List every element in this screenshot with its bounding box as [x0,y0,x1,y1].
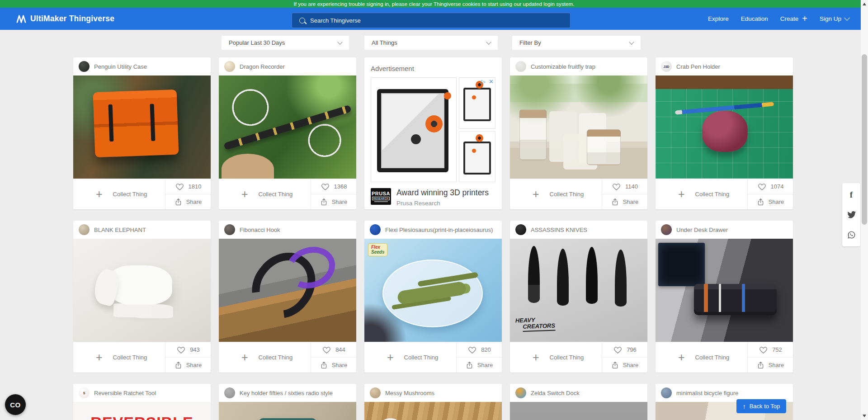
collect-thing-button[interactable]: +Collect Thing [73,342,165,373]
cookie-consent-button[interactable]: CO [5,394,26,415]
like-button[interactable]: 752 [748,342,793,358]
share-button[interactable]: Share [311,194,356,209]
thing-thumbnail[interactable] [219,402,356,420]
whatsapp-share-button[interactable] [847,231,856,239]
like-button[interactable]: 1140 [602,179,647,194]
thing-title-link[interactable]: Penguin Utility Case [94,63,147,70]
creator-avatar[interactable] [224,224,235,235]
scrollbar-up-arrow[interactable] [863,3,866,5]
prusa-logo[interactable]: PRUSA RESEARCH [371,188,391,205]
share-button[interactable]: Share [748,194,793,209]
collect-thing-button[interactable]: +Collect Thing [510,342,602,373]
thing-thumbnail[interactable]: REVERSIBLE [73,402,211,420]
thing-thumbnail[interactable] [656,239,793,342]
like-count: 1368 [334,183,347,190]
like-button[interactable]: 1810 [165,179,211,194]
creator-avatar[interactable] [661,387,672,398]
ad-main-image[interactable] [371,77,457,182]
thing-thumbnail[interactable] [73,76,211,179]
thing-title-link[interactable]: BLANK ELEPHANT [94,227,146,233]
scrollbar-down-arrow[interactable] [863,415,866,417]
back-to-top-button[interactable]: ↑ Back to Top [736,399,786,413]
creator-avatar[interactable]: S [79,387,90,398]
like-button[interactable]: 844 [311,342,356,358]
thing-title-link[interactable]: Flexi Plesiosaurus(print-in-placeiosauru… [385,227,493,233]
adchoices-icon[interactable]: ▷ [481,79,486,85]
thing-thumbnail[interactable] [510,402,647,420]
collect-thing-button[interactable]: +Collect Thing [656,342,747,373]
page-scrollbar[interactable] [861,0,868,420]
thing-card-footer: +Collect Thing820Share [364,342,502,373]
thing-thumbnail[interactable] [510,76,647,179]
facebook-share-button[interactable]: f [850,190,853,199]
creator-avatar[interactable]: J3D [661,61,672,72]
creator-avatar[interactable] [370,224,381,235]
sort-dropdown[interactable]: Popular Last 30 Days [222,36,349,50]
thing-title-link[interactable]: ASSASSINS KNIVES [531,227,587,233]
thing-thumbnail[interactable] [656,76,793,179]
like-button[interactable]: 796 [602,342,647,358]
share-button[interactable]: Share [748,358,793,373]
creator-avatar[interactable] [515,387,526,398]
creator-avatar[interactable] [224,61,235,72]
collect-thing-button[interactable]: +Collect Thing [219,179,311,209]
filter-by-dropdown[interactable]: Filter By [512,36,641,50]
thing-title-link[interactable]: Fibonacci Hook [240,227,280,233]
search-input[interactable] [310,17,563,24]
thing-title-link[interactable]: Under Desk Drawer [676,227,728,233]
brand-logo-link[interactable]: UltiMaker Thingiverse [16,8,114,30]
like-count: 943 [190,346,200,353]
share-button[interactable]: Share [457,358,502,373]
collect-thing-button[interactable]: +Collect Thing [219,342,311,373]
thing-card: Key holder fifties / sixties radio style… [219,384,356,420]
creator-avatar[interactable] [661,224,672,235]
creator-avatar[interactable] [79,61,90,72]
thing-thumbnail[interactable] [219,239,356,342]
thing-title-link[interactable]: Key holder fifties / sixties radio style [240,390,333,396]
card-stats: 752Share [747,342,793,373]
ad-creative[interactable]: ▷ ✕ [371,77,495,182]
thing-title-link[interactable]: minimalist bicycle figure [676,390,738,396]
ad-side-image[interactable] [459,131,495,183]
thing-title-link[interactable]: Crab Pen Holder [676,63,720,70]
thing-title-link[interactable]: Dragon Recorder [240,63,285,70]
thing-title-link[interactable]: Zelda Switch Dock [531,390,580,396]
nav-create[interactable]: Create+ [780,15,807,23]
creator-avatar[interactable] [515,61,526,72]
collect-thing-button[interactable]: +Collect Thing [73,179,165,209]
collect-thing-button[interactable]: +Collect Thing [510,179,602,209]
nav-explore[interactable]: Explore [708,15,729,22]
thing-thumbnail[interactable] [73,239,211,342]
thing-thumbnail[interactable]: HEAVYCREATORS [510,239,647,342]
creator-avatar[interactable] [224,387,235,398]
thing-thumbnail[interactable]: FlexSeeds [364,239,502,342]
like-button[interactable]: 1368 [311,179,356,194]
like-button[interactable]: 943 [165,342,211,358]
scrollbar-thumb[interactable] [862,54,867,225]
share-button[interactable]: Share [602,194,647,209]
like-button[interactable]: 820 [457,342,502,358]
share-button[interactable]: Share [311,358,356,373]
share-button[interactable]: Share [165,194,211,209]
ad-side-image[interactable] [459,77,495,129]
nav-education[interactable]: Education [741,15,768,22]
thing-card-footer: +Collect Thing796Share [510,342,647,373]
thing-title-link[interactable]: Customizable fruitfly trap [531,63,595,70]
creator-avatar[interactable] [370,387,381,398]
share-button[interactable]: Share [602,358,647,373]
creator-avatar[interactable] [515,224,526,235]
collect-thing-button[interactable]: +Collect Thing [364,342,456,373]
thing-thumbnail[interactable] [364,402,502,420]
ad-close-icon[interactable]: ✕ [489,79,494,85]
collect-thing-button[interactable]: +Collect Thing [656,179,747,209]
thing-title-link[interactable]: Messy Mushrooms [385,390,434,396]
creator-avatar[interactable] [79,224,90,235]
nav-sign-up[interactable]: Sign Up [820,15,849,22]
like-button[interactable]: 1074 [748,179,793,194]
share-button[interactable]: Share [165,358,211,373]
ad-headline-link[interactable]: Award winning 3D printers [396,188,489,198]
twitter-share-button[interactable] [847,211,856,218]
category-dropdown[interactable]: All Things [364,36,498,50]
thing-thumbnail[interactable] [219,76,356,179]
thing-title-link[interactable]: Reversible Ratchet Tool [94,390,156,396]
